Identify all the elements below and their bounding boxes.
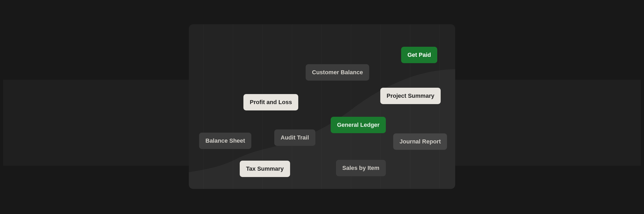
pill-label: Profit and Loss (250, 99, 292, 106)
pill-label: Project Summary (387, 92, 434, 99)
reports-card: Get Paid Customer Balance Project Summar… (189, 24, 455, 189)
pill-label: Journal Report (400, 138, 441, 145)
profit-and-loss-button[interactable]: Profit and Loss (243, 94, 298, 110)
pill-label: General Ledger (337, 122, 379, 128)
get-paid-button[interactable]: Get Paid (401, 47, 437, 63)
project-summary-button[interactable]: Project Summary (380, 88, 441, 104)
journal-report-button[interactable]: Journal Report (393, 133, 447, 150)
page-frame: Get Paid Customer Balance Project Summar… (3, 3, 641, 211)
pill-label: Sales by Item (342, 165, 379, 171)
audit-trail-button[interactable]: Audit Trail (274, 129, 315, 146)
sales-by-item-button[interactable]: Sales by Item (336, 160, 386, 176)
pill-label: Balance Sheet (205, 137, 245, 144)
general-ledger-button[interactable]: General Ledger (331, 117, 386, 133)
pill-label: Customer Balance (312, 69, 363, 76)
customer-balance-button[interactable]: Customer Balance (306, 64, 369, 81)
pill-label: Tax Summary (246, 165, 284, 172)
tax-summary-button[interactable]: Tax Summary (240, 161, 290, 177)
pill-label: Audit Trail (281, 134, 309, 141)
pill-label: Get Paid (407, 52, 431, 58)
balance-sheet-button[interactable]: Balance Sheet (199, 133, 251, 149)
